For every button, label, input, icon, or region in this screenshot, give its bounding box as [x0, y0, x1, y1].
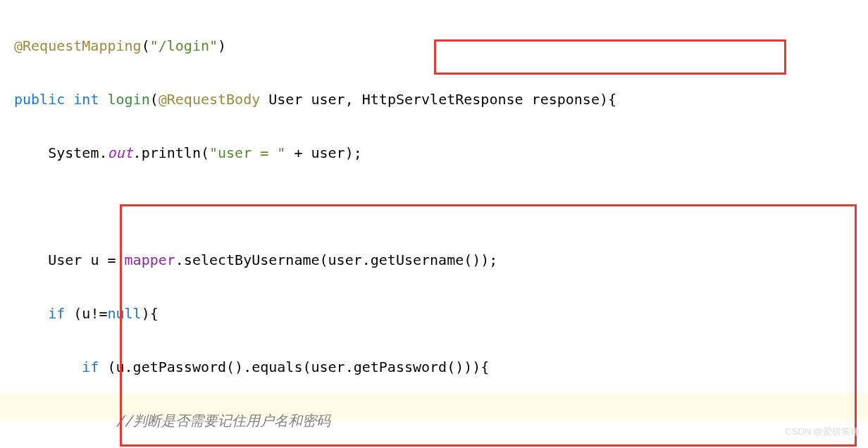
method-call: getPassword: [354, 359, 447, 375]
class-ref: System: [48, 144, 99, 161]
method-call: getPassword: [133, 359, 226, 375]
keyword-if: if: [82, 359, 99, 375]
keyword-public: public: [14, 91, 65, 108]
method-call: equals: [252, 359, 302, 375]
type: User: [48, 251, 82, 268]
code-line-8: //判断是否需要记住用户名和密码: [14, 407, 854, 434]
param: user: [311, 91, 345, 108]
annotation: @RequestMapping: [14, 37, 142, 54]
method-call: selectByUsername: [184, 251, 320, 268]
variable: user: [311, 359, 345, 375]
keyword-int: int: [73, 91, 99, 108]
field: mapper: [125, 251, 175, 268]
variable: u: [116, 359, 125, 375]
comment: //判断是否需要记住用户名和密码: [116, 412, 330, 429]
type: HttpServletResponse: [362, 91, 523, 108]
watermark: CSDN @爱棋笑谦: [785, 423, 860, 441]
keyword-if: if: [48, 305, 65, 322]
method-call: println: [142, 144, 201, 161]
code-line-2: public int login(@RequestBody User user,…: [14, 86, 854, 113]
type: User: [268, 91, 302, 108]
code-line-5: User u = mapper.selectByUsername(user.ge…: [14, 247, 854, 273]
code-line-4: [14, 193, 854, 220]
method-name: login: [107, 91, 149, 108]
method-call: getUsername: [371, 251, 464, 268]
code-line-1: @RequestMapping("/login"): [14, 32, 854, 59]
static-field: out: [107, 144, 132, 161]
arg: user: [328, 251, 362, 268]
code-line-3: System.out.println("user = " + user);: [14, 139, 854, 166]
code-line-6: if (u!=null){: [14, 300, 854, 327]
annotation: @RequestBody: [159, 91, 261, 108]
keyword-null: null: [107, 305, 141, 322]
code-editor[interactable]: @RequestMapping("/login") public int log…: [0, 0, 868, 448]
string-literal: "user = ": [209, 144, 285, 161]
string-literal: "/login": [150, 37, 218, 54]
variable: u: [90, 251, 99, 268]
variable: user: [311, 144, 345, 161]
param: response: [532, 91, 600, 108]
code-line-7: if (u.getPassword().equals(user.getPassw…: [14, 354, 854, 380]
